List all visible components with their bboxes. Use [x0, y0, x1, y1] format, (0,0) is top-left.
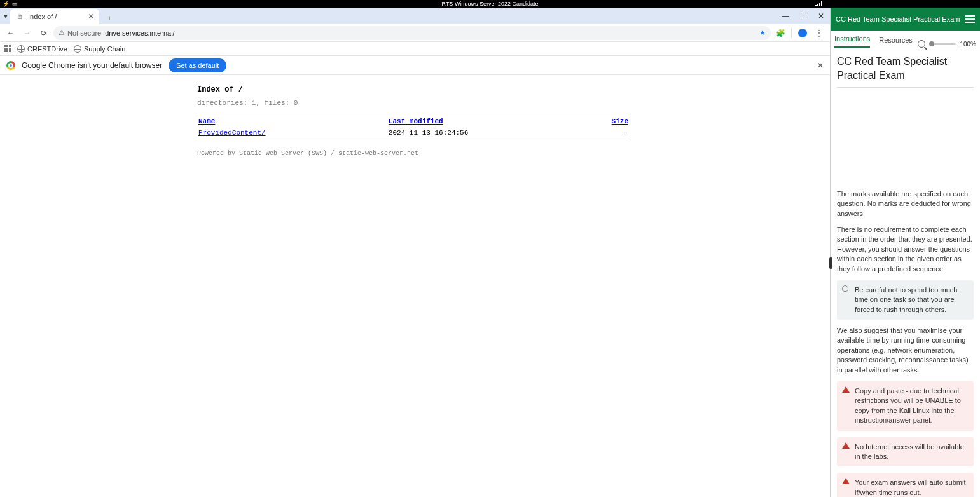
separator	[791, 28, 792, 38]
warning-callout: No Internet access will be available in …	[837, 437, 974, 467]
dir-entry-size: -	[565, 128, 628, 138]
divider	[837, 87, 974, 88]
forward-button[interactable]: →	[20, 26, 34, 40]
tab-title: Index of /	[28, 13, 57, 20]
infobar-text: Google Chrome isn't your default browser	[22, 61, 162, 70]
extensions-icon[interactable]: 🧩	[773, 29, 787, 37]
directory-table: Name Last modified Size ProvidedContent/…	[197, 115, 630, 139]
new-tab-button[interactable]: ＋	[103, 11, 116, 24]
zoom-control: 100%	[918, 40, 976, 48]
warning-text: Your exam answers will auto submit if/wh…	[855, 479, 965, 496]
tab-resources[interactable]: Resources	[879, 36, 913, 48]
warning-icon: ⚠	[59, 29, 65, 37]
bookmark-supply-chain[interactable]: Supply Chain	[74, 45, 125, 53]
zoom-slider[interactable]	[929, 43, 956, 45]
url-input[interactable]	[105, 29, 756, 37]
svg-point-0	[798, 29, 807, 37]
table-header-row: Name Last modified Size	[198, 116, 628, 126]
lightning-icon[interactable]: ⚡	[3, 1, 10, 7]
default-browser-infobar: Google Chrome isn't your default browser…	[0, 56, 830, 75]
exam-panel: CC Red Team Specialist Practical Exam In…	[831, 8, 980, 497]
panel-resize-handle[interactable]	[829, 257, 832, 269]
close-window-button[interactable]: ✕	[812, 8, 830, 24]
exam-header: CC Red Team Specialist Practical Exam	[831, 8, 980, 31]
divider	[197, 142, 630, 142]
globe-icon	[17, 45, 25, 53]
bookmark-label: Supply Chain	[84, 45, 125, 53]
back-button[interactable]: ←	[4, 26, 18, 40]
browser-tab[interactable]: 🗎 Index of / ✕	[10, 9, 99, 24]
warning-icon	[842, 478, 850, 486]
bookmarks-bar: CRESTDrive Supply Chain	[0, 42, 830, 56]
zoom-thumb[interactable]	[929, 41, 934, 46]
col-size-link[interactable]: Size	[612, 118, 628, 125]
exam-header-title: CC Red Team Specialist Practical Exam	[836, 15, 960, 23]
exam-paragraph: We also suggest that you maximise your a…	[837, 326, 974, 375]
bookmark-crestdrive[interactable]: CRESTDrive	[17, 45, 67, 53]
dir-counts: directories: 1, files: 0	[197, 99, 830, 107]
tip-text: Be careful not to spend too much time on…	[855, 286, 957, 313]
exam-paragraph: The marks available are specified on eac…	[837, 189, 974, 219]
not-secure-label: Not secure	[67, 29, 101, 37]
minimize-button[interactable]: —	[776, 8, 794, 24]
os-taskbar: ⚡ ▭ RTS Windows Server 2022 Candidate	[0, 0, 980, 8]
address-bar[interactable]: ⚠ Not secure ★	[53, 26, 771, 40]
maximize-button[interactable]: ☐	[794, 8, 812, 24]
warning-icon	[842, 386, 850, 394]
table-row: ProvidedContent/ 2024-11-13 16:24:56 -	[198, 128, 628, 138]
reload-button[interactable]: ⟳	[37, 26, 51, 40]
toolbar: ← → ⟳ ⚠ Not secure ★ 🧩 ⋮	[0, 24, 830, 42]
tab-instructions[interactable]: Instructions	[834, 35, 870, 48]
bookmark-star-icon[interactable]: ★	[759, 29, 766, 37]
set-default-button[interactable]: Set as default	[169, 58, 226, 72]
os-title: RTS Windows Server 2022 Candidate	[442, 1, 539, 7]
exam-paragraph: There is no requirement to complete each…	[837, 225, 974, 274]
exam-title: CC Red Team Specialist Practical Exam	[837, 55, 974, 83]
dir-entry-link[interactable]: ProvidedContent/	[198, 129, 266, 137]
zoom-value: 100%	[960, 41, 976, 48]
apps-grid-icon	[4, 45, 11, 52]
tab-strip: ▾ 🗎 Index of / ✕ ＋ — ☐ ✕	[0, 8, 830, 24]
monitor-icon[interactable]: ▭	[12, 1, 18, 7]
exam-tabs: Instructions Resources 100%	[831, 31, 980, 48]
warning-text: No Internet access will be available in …	[855, 443, 964, 460]
warning-callout: Your exam answers will auto submit if/wh…	[837, 473, 974, 497]
warning-callout: Copy and paste - due to technical restri…	[837, 381, 974, 431]
close-icon[interactable]: ✕	[88, 12, 94, 21]
page-content: Index of / directories: 1, files: 0 Name…	[0, 75, 830, 497]
file-icon: 🗎	[15, 12, 24, 21]
lightbulb-icon	[842, 285, 850, 293]
magnifier-icon[interactable]	[918, 40, 925, 48]
dir-entry-modified: 2024-11-13 16:24:56	[389, 128, 564, 138]
kebab-menu-icon[interactable]: ⋮	[812, 29, 826, 37]
warning-icon	[842, 442, 850, 450]
security-chip[interactable]: ⚠ Not secure	[59, 29, 101, 37]
exam-body[interactable]: CC Red Team Specialist Practical Exam Th…	[831, 48, 980, 497]
tip-callout: Be careful not to spend too much time on…	[837, 280, 974, 320]
signal-icon	[815, 1, 822, 6]
col-name-link[interactable]: Name	[198, 118, 215, 125]
bookmark-label: CRESTDrive	[27, 45, 67, 53]
hamburger-icon[interactable]	[965, 15, 975, 23]
profile-icon[interactable]	[796, 28, 810, 38]
col-modified-link[interactable]: Last modified	[389, 118, 443, 125]
browser-window: ▾ 🗎 Index of / ✕ ＋ — ☐ ✕ ← → ⟳ ⚠ Not sec…	[0, 8, 831, 497]
close-icon[interactable]: ✕	[817, 61, 824, 70]
tab-search-dropdown[interactable]: ▾	[1, 8, 10, 24]
divider	[197, 112, 630, 112]
apps-shortcut[interactable]	[4, 45, 11, 52]
page-heading: Index of /	[197, 85, 830, 94]
globe-icon	[74, 45, 81, 53]
chrome-icon	[6, 61, 15, 70]
server-footer: Powered by Static Web Server (SWS) / sta…	[197, 150, 830, 157]
warning-text: Copy and paste - due to technical restri…	[855, 387, 961, 424]
